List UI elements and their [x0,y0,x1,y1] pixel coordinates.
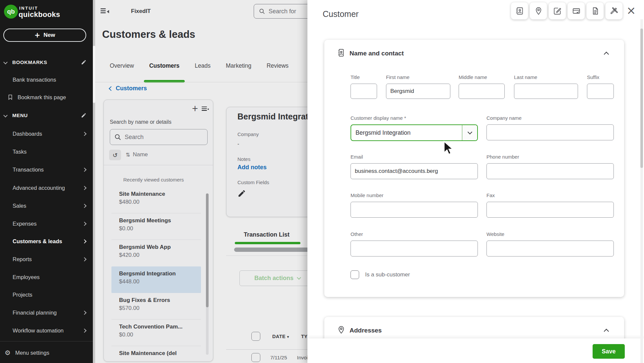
edit-pencil-icon[interactable] [81,59,87,65]
field-last-name: Last name [514,74,578,99]
field-customer-display-name: Customer display name * Bergsmid Integra… [351,115,478,141]
back-to-customers-link[interactable]: Customers [109,85,147,92]
list-item[interactable]: Bug Fixes & Errors $570.00 [111,293,201,320]
panel-scrollbar-thumb[interactable] [640,29,643,168]
chevron-right-icon [82,328,87,333]
customer-list-panel: + Search by name or details ↺ ⇅ Name Rec… [103,100,213,362]
sidebar-scrollbar-thumb[interactable] [93,46,95,103]
menu-section-header[interactable]: MENU [0,110,95,120]
email-input[interactable] [351,163,478,179]
sort-by-name-control[interactable]: ⇅ Name [126,151,148,158]
tab-leads[interactable]: Leads [195,62,211,74]
list-item[interactable]: Bergsmid Web App $420.00 [111,240,201,266]
sidebar-item-label: Dashboards [13,131,42,137]
sidebar-item-label: Transactions [13,167,44,173]
section-divider [226,255,312,256]
tab-customers[interactable]: Customers [149,62,179,74]
tab-marketing[interactable]: Marketing [226,62,251,74]
sidebar-item-advanced-accounting[interactable]: Advanced accounting [0,183,95,193]
sidebar-item-reports[interactable]: Reports [0,254,95,264]
sidebar-item-expenses[interactable]: Expenses [0,219,95,229]
sidebar-item-dashboards[interactable]: Dashboards [0,129,95,139]
chevron-right-icon [82,204,87,208]
tab-transaction-list[interactable]: Transaction List [244,231,290,238]
batch-actions-button[interactable]: Batch actions [239,270,316,286]
new-button[interactable]: + New [3,29,86,42]
transaction-row[interactable]: 7/11/25 Invoice [251,353,313,362]
sidebar-item-label: Bookmark this page [18,94,66,101]
title-input[interactable] [351,84,377,99]
batch-actions-label: Batch actions [254,275,293,282]
document-icon[interactable] [586,2,604,20]
sidebar-item-label: Expenses [13,221,36,227]
customer-search-bar[interactable] [110,129,208,145]
company-name-input[interactable] [486,124,614,140]
list-scrollbar-thumb[interactable] [206,193,209,307]
sidebar-item-workflow-automation[interactable]: Workflow automation [0,326,95,335]
list-item[interactable]: Tech Convention Pam... $0.00 [111,320,201,346]
horizontal-scrollbar-thumb[interactable] [234,248,314,252]
first-name-input[interactable] [386,84,450,99]
sidebar-item-projects[interactable]: Projects [0,290,95,300]
list-item[interactable]: Site Maintenance $480.00 [111,187,201,213]
sidebar-item-financial-planning[interactable]: Financial planning [0,308,95,318]
pencil-ruler-icon[interactable] [605,2,623,20]
field-label: Phone number [486,154,614,160]
quickbooks-brand-text: quickbooks [19,10,60,19]
sidebar-item-tasks[interactable]: Tasks [0,147,95,157]
customer-search-input[interactable] [125,134,198,141]
chevron-down-icon [3,113,8,117]
sort-desc-icon: ▾ [287,334,289,339]
close-icon[interactable]: × [626,5,636,16]
sidebar-item-bookmark-this-page[interactable]: Bookmark this page [0,92,95,102]
transaction-table-header: DATE ▾ TYPE [251,332,314,341]
other-input[interactable] [351,241,478,256]
sidebar-item-bank-transactions[interactable]: Bank transactions [0,75,95,85]
suffix-input[interactable] [587,84,614,99]
list-item-selected[interactable]: Bergsmid Integration $448.00 [111,266,201,293]
list-options-icon[interactable] [202,107,209,112]
sidebar-item-sales[interactable]: Sales [0,201,95,211]
row-checkbox[interactable] [251,353,260,362]
list-item[interactable]: Site Maintenance (del [111,346,201,362]
save-button[interactable]: Save [593,344,625,359]
mobile-number-input[interactable] [351,202,478,218]
edit-note-icon[interactable] [548,2,566,20]
chevron-up-icon[interactable] [604,52,609,57]
phone-number-input[interactable] [486,163,614,179]
location-pin-icon [337,326,346,334]
website-input[interactable] [486,241,614,256]
customer-amount: $570.00 [119,305,201,312]
select-all-checkbox[interactable] [251,332,260,341]
menu-settings-button[interactable]: ⚙ Menu settings [0,348,95,358]
recently-viewed-button[interactable]: ↺ [109,150,121,160]
dropdown-toggle-button[interactable] [462,125,477,140]
last-name-input[interactable] [514,84,578,99]
tab-reviews[interactable]: Reviews [267,62,289,74]
edit-pencil-icon[interactable] [237,189,246,198]
payment-card-icon[interactable] [567,2,585,20]
sidebar-collapse-icon[interactable] [100,8,109,15]
customer-display-name-dropdown[interactable]: Bergsmid Integration [351,124,478,141]
fax-input[interactable] [486,202,614,218]
field-label: Title [351,74,377,80]
field-suffix: Suffix [587,74,614,99]
customer-name: Site Maintenance (del [119,350,201,357]
edit-pencil-icon[interactable] [81,112,87,118]
quickbooks-logo-icon: qb [4,5,18,19]
sidebar-item-customers-and-leads[interactable]: Customers & leads [0,236,95,246]
customer-amount: $0.00 [119,225,201,232]
sidebar-item-employees[interactable]: Employees [0,272,95,282]
chevron-up-icon[interactable] [604,329,609,334]
middle-name-input[interactable] [459,84,505,99]
company-name[interactable]: FixedIT [131,8,151,15]
date-column-header[interactable]: DATE ▾ [272,334,289,339]
list-item[interactable]: Bergsmid Meetings $0.00 [111,213,201,240]
sidebar-item-transactions[interactable]: Transactions [0,165,95,175]
contact-card-icon[interactable] [511,2,528,20]
tab-overview[interactable]: Overview [110,62,134,74]
add-customer-icon[interactable]: + [192,105,198,112]
sub-customer-checkbox[interactable] [351,270,359,279]
bookmarks-section-header[interactable]: BOOKMARKS [0,57,95,67]
location-pin-icon[interactable] [530,2,547,20]
